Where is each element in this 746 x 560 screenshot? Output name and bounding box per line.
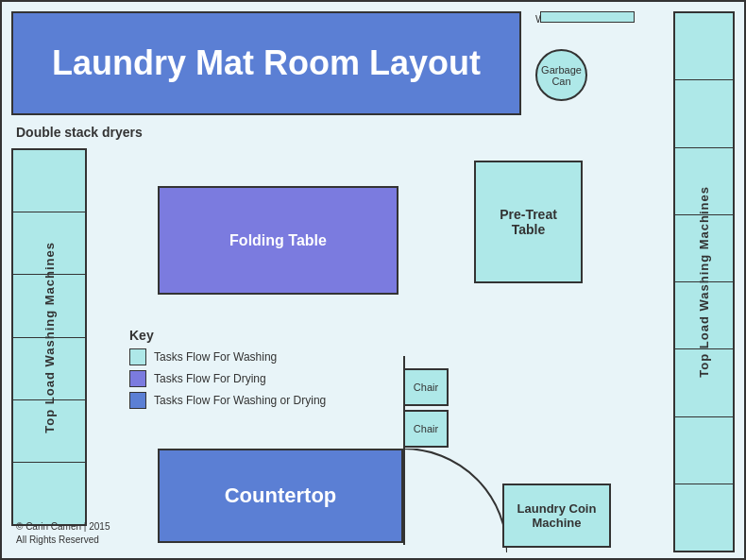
door-arc-container xyxy=(403,449,507,552)
left-machine-6 xyxy=(13,463,85,524)
title-banner: Laundry Mat Room Layout xyxy=(11,11,521,115)
door-arc-svg xyxy=(403,449,507,552)
garbage-can-label: Garbage Can xyxy=(537,64,585,87)
left-washing-machines-column xyxy=(11,148,87,526)
key-label-washing-or-drying: Tasks Flow For Washing or Drying xyxy=(154,394,326,407)
right-machine-6 xyxy=(675,349,733,416)
coin-machine: Laundry CoinMachine xyxy=(502,484,611,548)
key-label-washing: Tasks Flow For Washing xyxy=(154,350,277,364)
right-machine-1 xyxy=(675,13,733,80)
key-swatch-blue xyxy=(129,392,146,409)
countertop: Countertop xyxy=(158,449,403,543)
key-swatch-purple xyxy=(129,370,146,387)
dryers-label: Double stack dryers xyxy=(16,125,143,140)
key-label-drying: Tasks Flow For Drying xyxy=(154,372,266,385)
chair-2: Chair xyxy=(403,410,449,448)
left-machine-1 xyxy=(13,150,85,212)
pre-treat-label: Pre-TreatTable xyxy=(500,207,557,237)
chair-1-label: Chair xyxy=(414,382,438,393)
key-item-washing-or-drying: Tasks Flow For Washing or Drying xyxy=(129,392,365,409)
coin-machine-label: Laundry CoinMachine xyxy=(517,501,597,530)
right-machine-2 xyxy=(675,80,733,147)
window-fan-rect xyxy=(540,11,635,23)
right-machine-7 xyxy=(675,417,733,484)
right-machine-4 xyxy=(675,215,733,282)
key-swatch-cyan xyxy=(129,348,146,365)
right-machine-5 xyxy=(675,282,733,349)
pre-treat-table: Pre-TreatTable xyxy=(474,161,583,283)
countertop-label: Countertop xyxy=(225,484,337,508)
chair-2-label: Chair xyxy=(414,423,438,434)
page-title: Laundry Mat Room Layout xyxy=(52,42,481,83)
chair-1: Chair xyxy=(403,368,449,406)
key-section: Key Tasks Flow For Washing Tasks Flow Fo… xyxy=(129,328,365,414)
left-machine-3 xyxy=(13,275,85,337)
copyright-notice: © Carin Camen | 2015All Rights Reserved xyxy=(16,520,110,547)
folding-table: Folding Table xyxy=(158,186,398,295)
key-item-washing: Tasks Flow For Washing xyxy=(129,348,365,365)
key-title: Key xyxy=(129,328,365,343)
right-washing-machines-column xyxy=(673,11,735,552)
copyright-text: © Carin Camen | 2015All Rights Reserved xyxy=(16,521,110,545)
folding-table-label: Folding Table xyxy=(229,232,327,249)
garbage-can: Garbage Can xyxy=(535,49,587,101)
right-machine-3 xyxy=(675,148,733,215)
right-machine-8 xyxy=(675,484,733,551)
left-machine-5 xyxy=(13,400,85,463)
left-machine-4 xyxy=(13,338,85,400)
key-item-drying: Tasks Flow For Drying xyxy=(129,370,365,387)
left-machine-2 xyxy=(13,212,85,275)
room-layout: Laundry Mat Room Layout Window with Fan … xyxy=(0,0,746,560)
